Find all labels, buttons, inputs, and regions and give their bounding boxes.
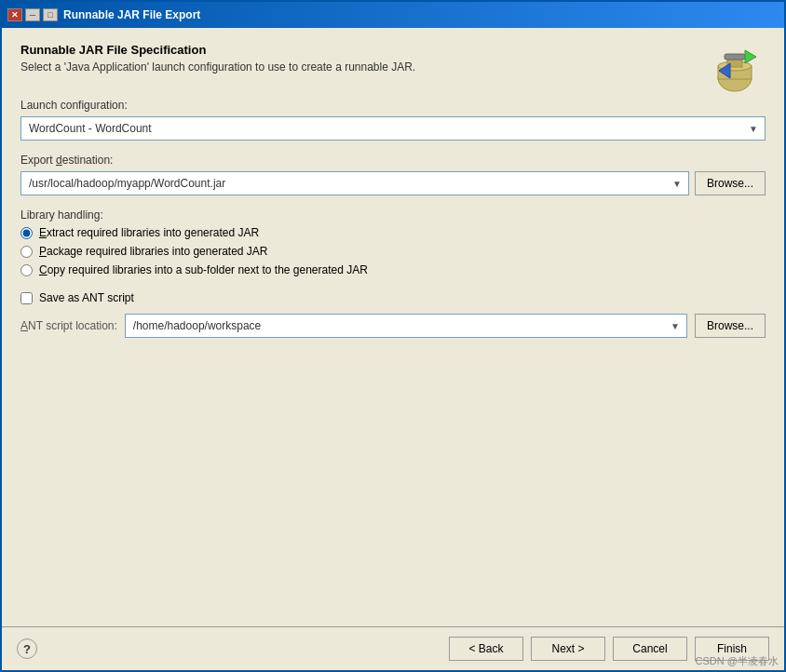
window-title: Runnable JAR File Export — [63, 8, 779, 21]
dialog-content: Runnable JAR File Specification Select a… — [2, 28, 784, 626]
ant-script-label: Save as ANT script — [39, 291, 134, 304]
export-dest-select[interactable]: /usr/local/hadoop/myapp/WordCount.jar — [20, 171, 689, 195]
ant-browse-button[interactable]: Browse... — [695, 314, 766, 338]
svg-rect-4 — [725, 54, 745, 60]
radio-extract-label: Extract required libraries into generate… — [39, 226, 259, 239]
title-bar: ✕ ─ □ Runnable JAR File Export — [2, 2, 784, 28]
radio-package[interactable]: Package required libraries into generate… — [20, 245, 766, 258]
close-button[interactable]: ✕ — [7, 8, 22, 21]
dialog-window: ✕ ─ □ Runnable JAR File Export Runnable … — [0, 0, 786, 672]
help-button[interactable]: ? — [17, 638, 37, 659]
export-dest-dropdown-wrapper: /usr/local/hadoop/myapp/WordCount.jar — [20, 171, 689, 195]
launch-config-label: Launch configuration: — [20, 99, 766, 112]
ant-script-checkbox-row[interactable]: Save as ANT script — [20, 291, 766, 304]
minimize-button[interactable]: ─ — [25, 8, 40, 21]
launch-config-dropdown-wrapper: WordCount - WordCount — [20, 116, 766, 141]
header-text-block: Runnable JAR File Specification Select a… — [20, 43, 415, 88]
export-dest-row: /usr/local/hadoop/myapp/WordCount.jar Br… — [20, 171, 766, 195]
jar-icon — [710, 43, 766, 99]
ant-location-select[interactable]: /home/hadoop/workspace — [125, 314, 687, 338]
export-browse-button[interactable]: Browse... — [695, 171, 766, 195]
back-button[interactable]: < Back — [449, 637, 523, 661]
ant-location-label: ANT script location: — [20, 319, 117, 332]
library-handling-label: Library handling: — [20, 208, 766, 222]
watermark: CSDN @半凌春水 — [696, 654, 779, 668]
cancel-button[interactable]: Cancel — [613, 637, 687, 661]
section-title: Runnable JAR File Specification — [20, 43, 415, 57]
launch-config-select[interactable]: WordCount - WordCount — [20, 116, 766, 141]
section-description: Select a 'Java Application' launch confi… — [20, 60, 415, 74]
radio-copy-input[interactable] — [20, 264, 33, 276]
window-controls: ✕ ─ □ — [7, 8, 58, 21]
radio-package-label: Package required libraries into generate… — [39, 245, 267, 258]
svg-marker-5 — [745, 50, 756, 63]
ant-script-checkbox[interactable] — [20, 292, 33, 304]
radio-package-input[interactable] — [20, 246, 33, 258]
radio-extract[interactable]: Extract required libraries into generate… — [20, 226, 766, 239]
ant-location-row: ANT script location: /home/hadoop/worksp… — [20, 314, 766, 338]
dialog-footer: ? < Back Next > Cancel Finish — [2, 626, 784, 670]
radio-copy[interactable]: Copy required libraries into a sub-folde… — [20, 263, 766, 276]
library-handling-options: Extract required libraries into generate… — [20, 226, 766, 276]
radio-copy-label: Copy required libraries into a sub-folde… — [39, 263, 368, 276]
radio-extract-input[interactable] — [20, 227, 33, 239]
ant-location-dropdown-wrapper: /home/hadoop/workspace — [125, 314, 687, 338]
maximize-button[interactable]: □ — [43, 8, 58, 21]
next-button[interactable]: Next > — [531, 637, 605, 661]
export-dest-label: Export destination: — [20, 154, 766, 167]
